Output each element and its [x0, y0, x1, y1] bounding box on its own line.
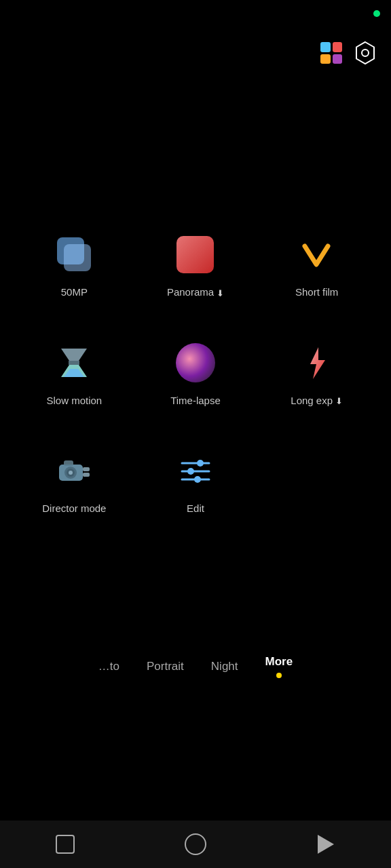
mode-time-lapse-label: Time-lapse — [170, 395, 221, 406]
tab-portrait[interactable]: Portrait — [147, 660, 184, 673]
mode-slow-motion[interactable]: Slow motion — [14, 339, 135, 407]
svg-marker-3 — [310, 347, 325, 379]
svg-point-15 — [187, 468, 194, 475]
settings-icon[interactable] — [353, 41, 377, 65]
modes-grid: 50MP Panorama⬇ Short film — [0, 231, 391, 514]
svg-rect-10 — [83, 473, 90, 477]
mode-slow-motion-label: Slow motion — [46, 395, 102, 406]
svg-point-13 — [197, 460, 204, 467]
mode-short-film-label: Short film — [295, 286, 338, 298]
back-button[interactable] — [311, 829, 341, 859]
icon-long-exposure — [297, 343, 337, 382]
panorama-download-icon: ⬇ — [217, 288, 224, 298]
home-icon — [185, 833, 206, 855]
recents-button[interactable] — [50, 829, 80, 859]
tab-portrait-label: Portrait — [147, 660, 184, 673]
mode-short-film[interactable]: Short film — [256, 231, 377, 298]
icon-edit — [176, 451, 215, 490]
mode-50mp-label: 50MP — [61, 286, 88, 298]
mode-50mp[interactable]: 50MP — [14, 231, 135, 298]
tab-photo-label: …to — [98, 660, 119, 673]
mode-director-label: Director mode — [42, 502, 106, 514]
svg-marker-0 — [356, 42, 374, 64]
back-icon — [318, 835, 334, 854]
recents-icon — [56, 835, 75, 854]
mode-panorama-label: Panorama⬇ — [167, 286, 224, 298]
svg-rect-11 — [59, 465, 83, 481]
icon-director-mode — [54, 451, 94, 490]
svg-rect-9 — [83, 467, 90, 471]
svg-point-17 — [194, 476, 201, 483]
tab-more[interactable]: More — [265, 655, 293, 678]
mode-panorama[interactable]: Panorama⬇ — [135, 231, 257, 298]
mode-edit[interactable]: Edit — [135, 447, 257, 514]
icon-panorama — [176, 236, 214, 273]
mode-edit-label: Edit — [187, 502, 204, 514]
longexp-download-icon: ⬇ — [335, 396, 343, 406]
camera-mode-tabs: …to Portrait Night More — [0, 655, 391, 678]
top-icons — [320, 41, 377, 65]
mode-long-exposure[interactable]: Long exp⬇ — [256, 339, 377, 407]
tab-night-label: Night — [211, 660, 238, 673]
icon-shortfilm — [298, 236, 335, 273]
mode-director[interactable]: Director mode — [14, 447, 135, 514]
tab-more-indicator — [276, 673, 282, 678]
mode-long-exposure-label: Long exp⬇ — [291, 395, 343, 407]
tab-photo[interactable]: …to — [98, 660, 119, 673]
status-bar — [0, 0, 391, 27]
icon-timelapse — [176, 343, 215, 382]
app-grid-icon[interactable] — [320, 42, 342, 64]
icon-50mp — [54, 234, 94, 275]
navigation-bar — [0, 821, 391, 868]
icon-slow-motion — [54, 343, 94, 382]
svg-point-1 — [362, 50, 369, 56]
status-indicator — [373, 10, 380, 17]
mode-time-lapse[interactable]: Time-lapse — [135, 339, 257, 407]
home-button[interactable] — [181, 829, 210, 859]
svg-rect-2 — [69, 361, 79, 365]
tab-more-label: More — [265, 655, 293, 669]
tab-night[interactable]: Night — [211, 660, 238, 673]
